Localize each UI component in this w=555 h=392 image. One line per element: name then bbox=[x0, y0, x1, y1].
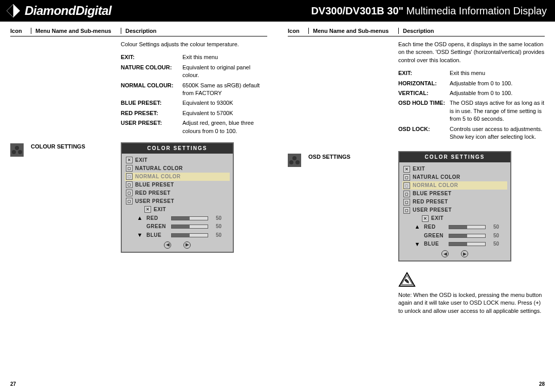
nav-right-button[interactable]: ▶ bbox=[183, 241, 191, 249]
slider-green[interactable]: GREEN50 bbox=[125, 222, 230, 231]
nav-left-button[interactable]: ◀ bbox=[441, 250, 449, 257]
right-column: Icon Menu Name and Sub-menus Description… bbox=[278, 22, 555, 392]
slider-red[interactable]: ▲RED50 bbox=[402, 222, 507, 231]
slider-bar[interactable] bbox=[171, 216, 208, 220]
col-header-menu: Menu Name and Sub-menus bbox=[31, 28, 121, 34]
osd-item-selected[interactable]: ◻NORMAL COLOR bbox=[125, 173, 230, 181]
slider-bar[interactable] bbox=[449, 234, 486, 238]
osd-item[interactable]: ◻NATURAL COLOR bbox=[125, 164, 230, 173]
slider-red[interactable]: ▲RED50 bbox=[125, 214, 230, 222]
product-suffix: Multimedia Information Display bbox=[406, 5, 547, 16]
exit-icon: ✕ bbox=[126, 157, 133, 163]
description-cell: Each time the OSD opens, it displays in … bbox=[398, 41, 545, 315]
preset-icon: ◻ bbox=[403, 191, 410, 197]
menu-name: COLOUR SETTINGS bbox=[31, 41, 121, 253]
osd-item[interactable]: ◻USER PRESET bbox=[402, 206, 507, 214]
intro-text: Colour Settings adjusts the colour tempe… bbox=[121, 41, 267, 48]
term-label: EXIT: bbox=[121, 53, 182, 61]
osd-nav: ◀ ▶ bbox=[402, 249, 507, 259]
slider-bar[interactable] bbox=[449, 225, 486, 229]
osd-item-exit[interactable]: ✕EXIT bbox=[402, 165, 507, 173]
up-arrow-icon: ▲ bbox=[414, 223, 421, 231]
osd-settings-icon bbox=[288, 154, 301, 167]
term-label: HORIZONTAL: bbox=[398, 80, 450, 87]
osd-sub-exit[interactable]: ✕EXIT bbox=[422, 214, 507, 222]
term-label: EXIT: bbox=[398, 69, 450, 77]
col-header-desc: Description bbox=[121, 28, 267, 34]
col-header-icon: Icon bbox=[10, 28, 31, 34]
slider-blue[interactable]: ▼BLUE50 bbox=[402, 240, 507, 249]
term-val: Exit this menu bbox=[182, 53, 267, 61]
warning-icon: ✎ bbox=[398, 272, 416, 287]
osd-nav: ◀ ▶ bbox=[125, 240, 230, 250]
osd-item[interactable]: ◻RED PRESET bbox=[125, 189, 230, 197]
term-val: Adjust red, green, blue three colours fr… bbox=[182, 119, 267, 135]
osd-panel: COLOR SETTINGS ✕EXIT ◻NATURAL COLOR ◻NOR… bbox=[398, 151, 511, 262]
osd-panel: COLOR SETTINGS ✕EXIT ◻NATURAL COLOR ◻NOR… bbox=[121, 142, 234, 253]
osd-item[interactable]: ◻BLUE PRESET bbox=[125, 181, 230, 189]
term-val: Equivalent to 9300K bbox=[182, 99, 267, 107]
osd-item-selected[interactable]: ◻NORMAL COLOR bbox=[402, 181, 507, 190]
preset-icon: ◻ bbox=[403, 207, 410, 214]
column-headers: Icon Menu Name and Sub-menus Description bbox=[288, 28, 545, 36]
exit-icon: ✕ bbox=[403, 166, 410, 173]
term-val: Controls user access to adjustments. Sho… bbox=[450, 125, 545, 141]
left-column: Icon Menu Name and Sub-menus Description… bbox=[0, 22, 278, 392]
header-bar: DiamondDigital DV300/DV301B 30" Multimed… bbox=[0, 0, 555, 22]
model-number: DV300/DV301B 30" bbox=[311, 5, 403, 16]
product-title: DV300/DV301B 30" Multimedia Information … bbox=[311, 5, 547, 17]
term-val: Equivalent to 5700K bbox=[182, 109, 267, 117]
note-text: Note: When the OSD is locked, pressing t… bbox=[398, 291, 545, 315]
preset-icon: ◻ bbox=[403, 199, 410, 206]
osd-item[interactable]: ◻RED PRESET bbox=[402, 198, 507, 206]
icon-cell bbox=[288, 41, 308, 315]
osd-title: COLOR SETTINGS bbox=[399, 152, 510, 162]
osd-item-exit[interactable]: ✕EXIT bbox=[125, 156, 230, 164]
col-header-menu: Menu Name and Sub-menus bbox=[308, 28, 398, 34]
nav-left-button[interactable]: ◀ bbox=[164, 241, 171, 249]
svg-marker-1 bbox=[7, 4, 13, 17]
svg-text:✎: ✎ bbox=[404, 278, 410, 285]
term-val: The OSD stays active for as long as it i… bbox=[450, 99, 545, 123]
up-arrow-icon: ▲ bbox=[136, 214, 143, 222]
col-header-desc: Description bbox=[398, 28, 545, 34]
page-number: 27 bbox=[10, 381, 16, 387]
slider-blue[interactable]: ▼BLUE50 bbox=[125, 231, 230, 239]
osd-sub-exit[interactable]: ✕EXIT bbox=[144, 206, 230, 214]
preset-icon: ◻ bbox=[403, 182, 410, 189]
term-val: Equivalent to original panel colour. bbox=[182, 64, 267, 80]
brand: DiamondDigital bbox=[6, 4, 112, 18]
down-arrow-icon: ▼ bbox=[136, 231, 143, 239]
page-number: 28 bbox=[539, 381, 545, 387]
term-label: OSD HOLD TIME: bbox=[398, 99, 450, 123]
column-headers: Icon Menu Name and Sub-menus Description bbox=[10, 28, 267, 36]
term-val: Exit this menu bbox=[450, 69, 545, 77]
term-label: RED PRESET: bbox=[121, 109, 182, 117]
term-val: 6500K Same as sRGB) default from FACTORY bbox=[182, 82, 267, 98]
slider-bar[interactable] bbox=[449, 242, 486, 246]
term-val: Adjustable from 0 to 100. bbox=[450, 80, 545, 87]
description-cell: Colour Settings adjusts the colour tempe… bbox=[121, 41, 267, 253]
osd-item[interactable]: ◻NATURAL COLOR bbox=[402, 173, 507, 181]
osd-item[interactable]: ◻USER PRESET bbox=[125, 197, 230, 206]
term-label: USER PRESET: bbox=[121, 119, 182, 135]
slider-bar[interactable] bbox=[171, 225, 208, 229]
preset-icon: ◻ bbox=[126, 198, 133, 204]
preset-icon: ◻ bbox=[126, 190, 133, 196]
preset-icon: ◻ bbox=[126, 165, 133, 172]
slider-bar[interactable] bbox=[171, 233, 208, 237]
slider-green[interactable]: GREEN50 bbox=[402, 232, 507, 240]
down-arrow-icon: ▼ bbox=[414, 240, 421, 248]
col-header-icon: Icon bbox=[288, 28, 308, 34]
exit-icon: ✕ bbox=[144, 206, 151, 213]
term-label: BLUE PRESET: bbox=[121, 99, 182, 107]
nav-right-button[interactable]: ▶ bbox=[461, 250, 468, 257]
osd-item[interactable]: ◻BLUE PRESET bbox=[402, 190, 507, 198]
term-label: OSD LOCK: bbox=[398, 125, 450, 141]
intro-text: Each time the OSD opens, it displays in … bbox=[398, 41, 545, 64]
preset-icon: ◻ bbox=[126, 173, 133, 180]
preset-icon: ◻ bbox=[126, 181, 133, 188]
exit-icon: ✕ bbox=[422, 215, 429, 222]
term-label: NATURE COLOUR: bbox=[121, 64, 182, 80]
brand-name: DiamondDigital bbox=[25, 4, 112, 18]
